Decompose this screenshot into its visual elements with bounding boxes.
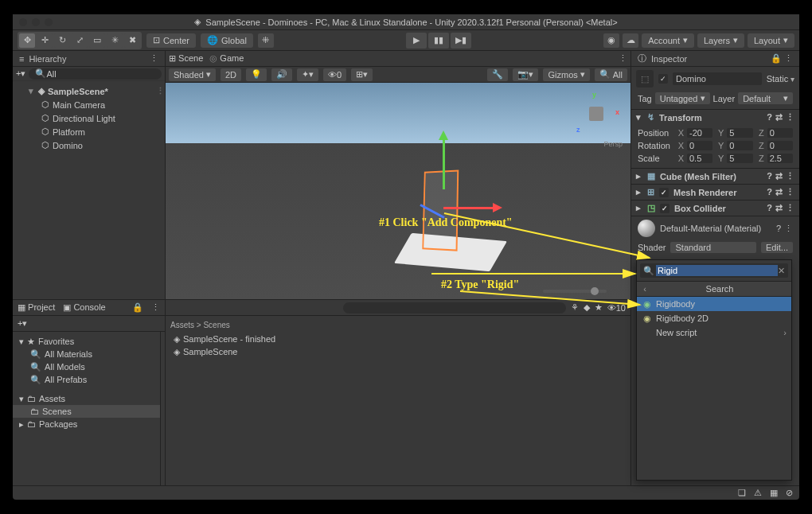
gameobject-icon[interactable]: ⬚ [636,70,654,88]
tools-icon[interactable]: 🔧 [487,68,508,81]
status-icon[interactable]: ⚠ [754,488,762,498]
favorite-item[interactable]: 🔍All Models [13,360,160,373]
hierarchy-item[interactable]: ⬡Domino [13,138,165,152]
space-toggle[interactable]: 🌐Global [201,33,253,48]
mesh-renderer-header[interactable]: ▸⊞✓Mesh Renderer?⇄⋮ [631,184,799,200]
tag-dropdown[interactable]: Untagged▾ [655,92,710,104]
static-dropdown[interactable]: Static ▾ [767,74,794,84]
custom-tool[interactable]: ✖ [124,33,140,48]
hidden-toggle[interactable]: 👁0 [323,68,346,81]
filter-icon[interactable]: ★ [595,302,603,313]
project-asset[interactable]: ◈SampleScene [170,345,626,358]
snap-toggle[interactable]: ⁜ [258,33,274,48]
help-icon[interactable]: ? [767,112,772,123]
scale-z-input[interactable]: 2.5 [767,154,793,163]
rect-tool[interactable]: ▭ [89,33,105,48]
project-tab[interactable]: ▦ Project [18,302,55,313]
audio-toggle[interactable]: 🔊 [271,68,292,81]
rot-y-input[interactable]: 0 [727,141,752,150]
collider-icon: ◳ [647,203,655,213]
transform-header[interactable]: ▾↯Transform?⇄⋮ [631,109,799,125]
grid-toggle[interactable]: ⊞▾ [351,68,373,81]
status-icon[interactable]: ❏ [738,488,746,498]
console-tab[interactable]: ▣ Console [63,302,105,313]
layout-dropdown[interactable]: Layout ▾ [748,33,794,48]
hierarchy-item[interactable]: ⬡Platform [13,125,165,138]
orientation-gizmo[interactable]: y x z [575,92,618,135]
active-checkbox[interactable]: ✓ [658,74,668,84]
object-name-input[interactable]: Domino [673,72,762,85]
layers-dropdown[interactable]: Layers ▾ [697,33,744,48]
draw-mode-dropdown[interactable]: Shaded ▾ [169,68,216,81]
cloud-icon[interactable]: ☁ [623,33,638,48]
scene-viewport[interactable]: y x z Persp ☀ #1 Click "Add Component" #… [166,83,630,299]
material-header[interactable]: Default-Material (Material)?⋮ [631,216,799,240]
status-icon[interactable]: ⊘ [786,488,793,498]
favorites-header[interactable]: ▾★Favorites [13,335,160,348]
mesh-filter-header[interactable]: ▸▦Cube (Mesh Filter)?⇄⋮ [631,168,799,184]
hierarchy-item[interactable]: ⬡Directional Light [13,111,165,125]
hand-tool[interactable]: ✥ [19,33,35,48]
scale-tool[interactable]: ⤢ [72,33,88,48]
hierarchy-tab[interactable]: ≡Hierarchy⋮ [13,51,165,67]
layer-dropdown[interactable]: Default▾ [738,92,793,104]
2d-toggle[interactable]: 2D [221,68,241,81]
menu-icon[interactable]: ⋮ [786,112,794,123]
collider-checkbox[interactable]: ✓ [660,204,670,213]
status-icon[interactable]: ▦ [770,488,778,498]
packages-folder[interactable]: ▸🗀Packages [13,418,160,430]
lock-icon[interactable]: 🔒 [132,302,143,313]
dropdown-item-rigidbody2d[interactable]: ◉Rigidbody 2D [637,311,791,325]
play-button[interactable]: ▶ [406,33,427,49]
filter-icon[interactable]: ◆ [584,302,590,313]
scene-tab[interactable]: ⊞ Scene [169,53,203,64]
scene-root[interactable]: ▾◈SampleScene*⋮ [13,84,165,98]
account-dropdown[interactable]: Account ▾ [642,33,694,48]
project-add-button[interactable]: +▾ [18,318,27,329]
rot-z-input[interactable]: 0 [767,141,793,150]
projection-label[interactable]: Persp [603,140,623,148]
step-button[interactable]: ▶▮ [451,33,471,49]
game-tab[interactable]: ◎ Game [209,53,244,64]
scene-search[interactable]: 🔍 All [595,68,627,81]
dropdown-item-rigidbody[interactable]: ◉Rigidbody [637,297,791,311]
scale-x-input[interactable]: 0.5 [687,154,712,163]
box-collider-header[interactable]: ▸◳✓Box Collider?⇄⋮ [631,200,799,216]
transform-tool[interactable]: ✳ [107,33,123,48]
fx-toggle[interactable]: ✦▾ [297,68,318,81]
renderer-checkbox[interactable]: ✓ [659,188,669,197]
shader-dropdown[interactable]: Standard [670,242,755,253]
lighting-toggle[interactable]: 💡 [246,68,267,81]
project-breadcrumb[interactable]: Assets > Scenes [170,321,626,329]
project-asset[interactable]: ◈SampleScene - finished [170,333,626,345]
component-search-input[interactable] [656,265,778,276]
preset-icon[interactable]: ⇄ [775,112,783,123]
inspector-tab[interactable]: ⓘInspector🔒 ⋮ [631,51,799,67]
edit-button[interactable]: Edit... [761,242,793,253]
filter-icon[interactable]: ⚘ [571,302,579,313]
zoom-slider[interactable] [543,290,607,293]
favorite-item[interactable]: 🔍All Prefabs [13,373,160,386]
dropdown-item-newscript[interactable]: New script› [637,325,791,340]
favorite-item[interactable]: 🔍All Materials [13,348,160,360]
add-button[interactable]: +▾ [16,68,25,79]
assets-folder[interactable]: ▾🗀Assets [13,392,160,405]
hierarchy-search[interactable]: 🔍 All [29,68,162,80]
pivot-toggle[interactable]: ⊡Center [146,33,196,48]
pos-y-input[interactable]: 5 [727,128,752,138]
pause-button[interactable]: ▮▮ [428,33,449,49]
rot-x-input[interactable]: 0 [687,141,712,150]
pos-x-input[interactable]: -20 [687,128,712,138]
pos-z-input[interactable]: 0 [767,128,793,138]
hierarchy-item[interactable]: ⬡Main Camera [13,98,165,111]
clear-search-button[interactable]: ✕ [778,266,785,276]
scale-y-input[interactable]: 5 [727,154,752,163]
gizmos-dropdown[interactable]: Gizmos ▾ [543,68,589,81]
move-tool[interactable]: ✛ [37,33,53,48]
rotate-tool[interactable]: ↻ [54,33,70,48]
project-folder[interactable]: 🗀Scenes [13,405,160,418]
collab-icon[interactable]: ◉ [603,33,619,48]
back-button[interactable]: ‹ [639,284,650,294]
camera-icon[interactable]: 📷▾ [513,68,538,81]
project-search[interactable] [343,302,566,313]
